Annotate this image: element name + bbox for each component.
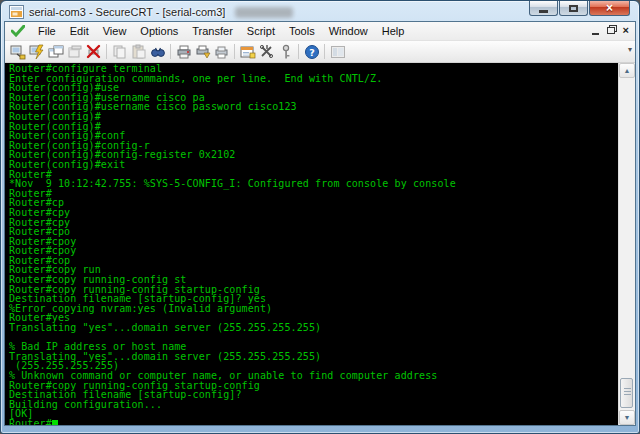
window-title: serial-com3 - SecureCRT - [serial-com3]: [29, 6, 225, 18]
session-tabs-icon[interactable]: [46, 42, 65, 61]
toolbar-separator: [170, 44, 171, 59]
minimize-icon: [539, 10, 548, 13]
connect-icon[interactable]: [8, 42, 27, 61]
app-icon: [9, 5, 24, 19]
svg-text:?: ?: [309, 46, 315, 57]
securecrt-window: serial-com3 - SecureCRT - [serial-com3] …: [0, 0, 640, 434]
terminal-line: %Error copying nvram:yes (Invalid argume…: [9, 304, 618, 314]
toolbar-overflow-icon[interactable]: ▾: [628, 45, 632, 54]
scroll-up-icon[interactable]: ▲: [619, 63, 635, 78]
terminal-line: Building configuration...: [9, 400, 618, 410]
terminal-line: Router#cpy: [9, 208, 618, 218]
toolbar: ? ▾: [5, 41, 635, 63]
mdi-window-controls: ×: [592, 25, 629, 36]
terminal-line: Router#cpoy: [9, 246, 618, 256]
maximize-icon: [569, 5, 578, 12]
terminal-line: Router#cpoy: [9, 237, 618, 247]
toolbar-separator: [106, 44, 107, 59]
find-icon[interactable]: [148, 42, 167, 61]
terminal-line: Router#: [9, 419, 618, 425]
paste-icon[interactable]: [129, 42, 148, 61]
menu-item-options[interactable]: Options: [133, 23, 185, 39]
maximize-button[interactable]: [559, 1, 588, 16]
terminal-line: Router#cpy: [9, 218, 618, 228]
scroll-down-icon[interactable]: ▼: [619, 410, 635, 425]
close-icon: ×: [606, 2, 613, 14]
menu-item-help[interactable]: Help: [375, 23, 412, 39]
mdi-minimize-icon[interactable]: [592, 33, 599, 35]
session-check-icon: [11, 25, 25, 37]
terminal-line: Router(config)#exit: [9, 160, 618, 170]
clone-session-icon[interactable]: [65, 42, 84, 61]
mdi-restore-icon[interactable]: [607, 27, 615, 34]
scrollbar-thumb[interactable]: [620, 378, 633, 408]
disconnect-icon[interactable]: [84, 42, 103, 61]
vertical-scrollbar[interactable]: ▲ ▼: [618, 63, 635, 425]
terminal-area: Router#configure terminalEnter configura…: [5, 63, 635, 425]
menu-bar-items: FileEditViewOptionsTransferScriptToolsWi…: [31, 23, 411, 39]
toolbar-separator: [234, 44, 235, 59]
menu-item-view[interactable]: View: [96, 23, 134, 39]
menu-bar: FileEditViewOptionsTransferScriptToolsWi…: [5, 22, 635, 41]
menu-item-transfer[interactable]: Transfer: [185, 23, 240, 39]
redacted-watermark: [235, 7, 293, 18]
terminal-line-text: Translating "yes"...domain server (255.2…: [9, 322, 321, 333]
minimize-button[interactable]: [529, 1, 558, 16]
window-controls: ×: [528, 1, 630, 16]
script-icon[interactable]: [257, 42, 276, 61]
key-icon[interactable]: [276, 42, 295, 61]
toolbar-separator: [298, 44, 299, 59]
terminal-line-text: Router#: [9, 418, 52, 425]
client-area: FileEditViewOptionsTransferScriptToolsWi…: [4, 21, 636, 426]
toolbar-separator: [324, 44, 325, 59]
print-preview-icon[interactable]: [212, 42, 231, 61]
print-icon[interactable]: [174, 42, 193, 61]
menu-item-edit[interactable]: Edit: [63, 23, 96, 39]
menu-item-file[interactable]: File: [31, 23, 63, 39]
terminal-output[interactable]: Router#configure terminalEnter configura…: [5, 63, 618, 425]
terminal-line: [OK]: [9, 409, 618, 419]
title-bar[interactable]: serial-com3 - SecureCRT - [serial-com3] …: [4, 1, 636, 21]
copy-icon[interactable]: [110, 42, 129, 61]
terminal-line-text: *Nov 9 10:12:42.755: %SYS-5-CONFIG_I: Co…: [9, 178, 456, 189]
terminal-cursor: [52, 420, 58, 425]
close-button[interactable]: ×: [589, 1, 630, 16]
terminal-line: Router#cpo: [9, 227, 618, 237]
terminal-line: Router#cp: [9, 198, 618, 208]
menu-item-tools[interactable]: Tools: [282, 23, 322, 39]
quick-connect-icon[interactable]: [27, 42, 46, 61]
menu-item-script[interactable]: Script: [240, 23, 282, 39]
menu-item-window[interactable]: Window: [322, 23, 375, 39]
terminal-line: Router#: [9, 189, 618, 199]
terminal-line: *Nov 9 10:12:42.755: %SYS-5-CONFIG_I: Co…: [9, 179, 618, 189]
terminal-line: Translating "yes"...domain server (255.2…: [9, 323, 618, 333]
print-setup-icon[interactable]: [193, 42, 212, 61]
session-manager-icon[interactable]: [328, 42, 347, 61]
properties-icon[interactable]: [238, 42, 257, 61]
help-icon[interactable]: ?: [302, 42, 321, 61]
mdi-close-icon[interactable]: ×: [623, 25, 629, 36]
scrollbar-grip: [624, 391, 631, 392]
